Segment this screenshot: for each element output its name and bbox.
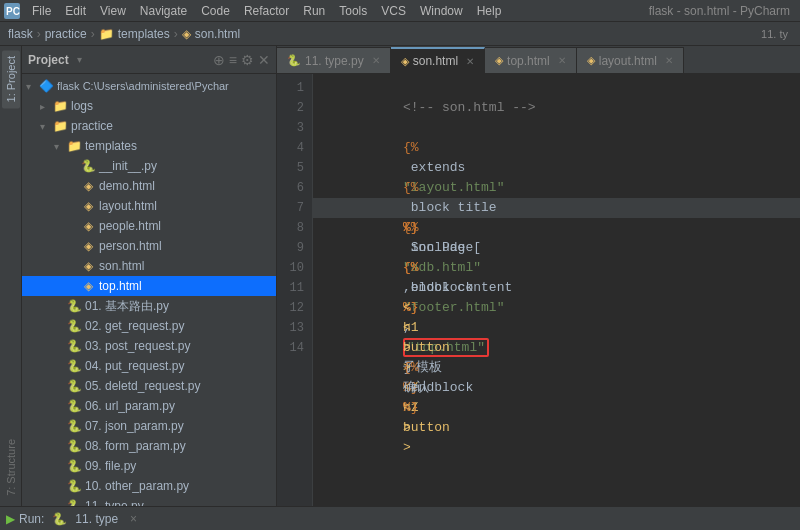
menu-edit[interactable]: Edit (59, 2, 92, 20)
tree-item-11[interactable]: 🐍 11. type.py (22, 496, 276, 506)
tree-label-son: son.html (99, 259, 144, 273)
menu-run[interactable]: Run (297, 2, 331, 20)
ln-13: 13 (277, 318, 312, 338)
tree-item-top[interactable]: ◈ top.html (22, 276, 276, 296)
tree-item-06[interactable]: 🐍 06. url_param.py (22, 396, 276, 416)
tree-item-01[interactable]: 🐍 01. 基本路由.py (22, 296, 276, 316)
menu-window[interactable]: Window (414, 2, 469, 20)
tree-label-05: 05. deletd_request.py (85, 379, 200, 393)
tree-item-02[interactable]: 🐍 02. get_request.py (22, 316, 276, 336)
py-01-icon: 🐍 (66, 298, 82, 314)
tree-item-templates[interactable]: ▾ 📁 templates (22, 136, 276, 156)
sidebar-dropdown-icon[interactable]: ▾ (77, 54, 82, 65)
tree-label-06: 06. url_param.py (85, 399, 175, 413)
py-09-icon: 🐍 (66, 458, 82, 474)
code-area[interactable]: <!-- son.html --> {% extends "layout.htm… (313, 74, 800, 506)
tree-item-son[interactable]: ◈ son.html (22, 256, 276, 276)
py-06-icon: 🐍 (66, 398, 82, 414)
tree-item-10[interactable]: 🐍 10. other_param.py (22, 476, 276, 496)
ln-8: 8 (277, 218, 312, 238)
tree-item-08[interactable]: 🐍 08. form_param.py (22, 436, 276, 456)
tab-top-close[interactable]: ✕ (558, 55, 566, 66)
tree-label-11: 11. type.py (85, 499, 144, 506)
vtab-structure[interactable]: 7: Structure (2, 433, 20, 502)
vtab-project[interactable]: 1: Project (2, 50, 20, 108)
menu-view[interactable]: View (94, 2, 132, 20)
editor-panel: 🐍 11. type.py ✕ ◈ son.html ✕ ◈ top.html … (277, 46, 800, 506)
breadcrumb-templates[interactable]: templates (118, 27, 170, 41)
svg-text:PC: PC (6, 6, 20, 17)
tree-item-layout[interactable]: ◈ layout.html (22, 196, 276, 216)
tab-type-close[interactable]: ✕ (372, 55, 380, 66)
tree-label-init: __init__.py (99, 159, 157, 173)
menu-navigate[interactable]: Navigate (134, 2, 193, 20)
tree-label-02: 02. get_request.py (85, 319, 184, 333)
tree-item-practice[interactable]: ▾ 📁 practice (22, 116, 276, 136)
py-10-icon: 🐍 (66, 478, 82, 494)
html-son-icon: ◈ (80, 258, 96, 274)
run-close-btn[interactable]: × (130, 512, 137, 526)
menu-file[interactable]: File (26, 2, 57, 20)
ln-4: 4 (277, 138, 312, 158)
tree-label-layout: layout.html (99, 199, 157, 213)
breadcrumb-sonhtml[interactable]: son.html (195, 27, 240, 41)
tree-item-people[interactable]: ◈ people.html (22, 216, 276, 236)
tree-item-05[interactable]: 🐍 05. deletd_request.py (22, 376, 276, 396)
tree-item-04[interactable]: 🐍 04. put_request.py (22, 356, 276, 376)
menu-code[interactable]: Code (195, 2, 236, 20)
tree-label-01: 01. 基本路由.py (85, 298, 169, 315)
tab-son-label: son.html (413, 54, 458, 68)
tree-item-init[interactable]: 🐍 __init__.py (22, 156, 276, 176)
toggle-practice: ▾ (40, 121, 52, 132)
menu-vcs[interactable]: VCS (375, 2, 412, 20)
menu-tools[interactable]: Tools (333, 2, 373, 20)
py-03-icon: 🐍 (66, 338, 82, 354)
html-person-icon: ◈ (80, 238, 96, 254)
tab-type-py[interactable]: 🐍 11. type.py ✕ (277, 47, 391, 73)
run-label: ▶ Run: (6, 512, 44, 526)
tree-label-07: 07. json_param.py (85, 419, 184, 433)
py-11-icon: 🐍 (66, 498, 82, 506)
code-comment-1: <!-- son.html --> (403, 100, 536, 115)
tree-item-person[interactable]: ◈ person.html (22, 236, 276, 256)
ln-1: 1 (277, 78, 312, 98)
tree-item-logs[interactable]: ▸ 📁 logs (22, 96, 276, 116)
sidebar-close-icon[interactable]: ✕ (258, 52, 270, 68)
tree-label-demo: demo.html (99, 179, 155, 193)
ln-10: 10 (277, 258, 312, 278)
menu-refactor[interactable]: Refactor (238, 2, 295, 20)
editor-tabs: 🐍 11. type.py ✕ ◈ son.html ✕ ◈ top.html … (277, 46, 800, 74)
sidebar-gear-icon[interactable]: ⚙ (241, 52, 254, 68)
html-layout-icon: ◈ (80, 198, 96, 214)
tab-son-close[interactable]: ✕ (466, 56, 474, 67)
line-numbers: 1 2 3 4 5 6 7 8 9 10 11 12 13 14 (277, 74, 313, 506)
tab-layout-html[interactable]: ◈ layout.html ✕ (577, 47, 684, 73)
breadcrumb-flask[interactable]: flask (8, 27, 33, 41)
sidebar-collapse-icon[interactable]: ≡ (229, 52, 237, 68)
sidebar-header: Project ▾ ⊕ ≡ ⚙ ✕ (22, 46, 276, 74)
tab-son-icon: ◈ (401, 55, 409, 68)
ln-14: 14 (277, 338, 312, 358)
run-item-label: 11. type (75, 512, 118, 526)
tab-top-icon: ◈ (495, 54, 503, 67)
tree-label-10: 10. other_param.py (85, 479, 189, 493)
tree-item-demo[interactable]: ◈ demo.html (22, 176, 276, 196)
tree-item-09[interactable]: 🐍 09. file.py (22, 456, 276, 476)
tab-top-html[interactable]: ◈ top.html ✕ (485, 47, 577, 73)
tree-item-07[interactable]: 🐍 07. json_param.py (22, 416, 276, 436)
tree-item-03[interactable]: 🐍 03. post_request.py (22, 336, 276, 356)
tab-layout-close[interactable]: ✕ (665, 55, 673, 66)
tree-label-person: person.html (99, 239, 162, 253)
tab-son-html[interactable]: ◈ son.html ✕ (391, 47, 485, 73)
breadcrumb-practice[interactable]: practice (45, 27, 87, 41)
sidebar-locate-icon[interactable]: ⊕ (213, 52, 225, 68)
ln-12: 12 (277, 298, 312, 318)
py-init-icon: 🐍 (80, 158, 96, 174)
window-title: flask - son.html - PyCharm (649, 4, 796, 18)
tree-item-flask[interactable]: ▾ 🔷 flask C:\Users\administered\Pychar (22, 76, 276, 96)
editor-content: 1 2 3 4 5 6 7 8 9 10 11 12 13 14 <!-- so… (277, 74, 800, 506)
templates-folder-icon: 📁 (99, 27, 114, 41)
tree-label-templates: templates (85, 139, 137, 153)
py-05-icon: 🐍 (66, 378, 82, 394)
menu-help[interactable]: Help (471, 2, 508, 20)
